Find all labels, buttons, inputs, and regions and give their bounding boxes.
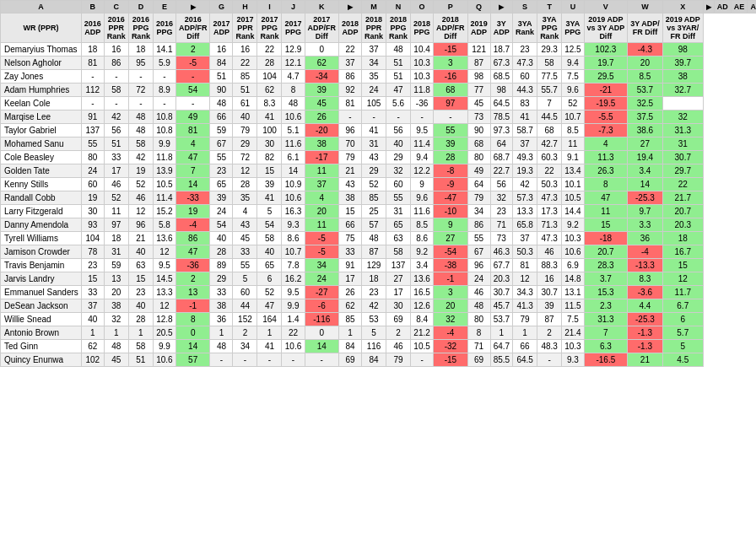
stat-cell: 23	[490, 205, 512, 218]
stat-cell: 54	[257, 218, 282, 232]
stat-cell: 38	[210, 299, 233, 313]
stat-cell: 46.3	[490, 245, 512, 259]
table-row: Antonio Brown11120.5012122015221.2-48112…	[1, 326, 757, 340]
stat-cell: 48	[362, 232, 386, 245]
stat-cell: 11.8	[153, 151, 176, 164]
subheader-2017ppg: 2017PPG	[282, 13, 305, 43]
stat-cell: 4	[584, 137, 628, 151]
stat-cell: 11.5	[562, 299, 584, 313]
stat-cell: 29.7	[662, 164, 703, 178]
stat-cell: 96	[339, 124, 362, 137]
player-name: Cole Beasley	[1, 151, 82, 164]
stat-cell: 22	[662, 178, 703, 191]
stat-cell: -25.3	[628, 191, 663, 205]
stat-cell: 5.9	[153, 57, 176, 70]
stat-cell: 42.7	[537, 137, 562, 151]
stat-cell: 86	[176, 232, 210, 245]
stat-cell: 16	[537, 272, 562, 286]
stat-cell: 38	[305, 137, 339, 151]
stat-cell: 22	[233, 57, 257, 70]
stat-cell: 67	[467, 245, 490, 259]
stat-cell: 39.7	[662, 57, 703, 70]
stat-cell: 47.3	[513, 57, 537, 70]
stat-cell: 116	[362, 340, 386, 353]
stat-cell: 85	[233, 70, 257, 84]
stat-cell: 81	[339, 97, 362, 110]
stat-cell: 98	[467, 70, 490, 84]
stat-cell: 28	[128, 313, 153, 326]
stat-cell: 9	[434, 218, 468, 232]
stat-cell: 48	[386, 43, 411, 57]
stat-cell: 29	[386, 151, 411, 164]
stat-cell: 12	[233, 164, 257, 178]
stat-cell: -	[176, 97, 210, 110]
subheader-3yarank: 3YARank	[513, 13, 537, 43]
stat-cell: 11	[305, 218, 339, 232]
stat-cell: 0	[176, 326, 210, 340]
stat-cell: -18	[584, 232, 628, 245]
stat-cell: 53.7	[490, 313, 512, 326]
stat-cell: 61	[233, 97, 257, 110]
stat-cell: -3.6	[628, 286, 663, 299]
stat-cell: -	[233, 353, 257, 367]
stat-cell: 4	[305, 191, 339, 205]
table-row: Kenny Stills60465210.51465283910.9374352…	[1, 178, 757, 191]
stat-cell: 5	[233, 272, 257, 286]
stat-cell: 105	[362, 97, 386, 110]
stat-cell: -47	[434, 191, 468, 205]
stat-cell: 8.6	[282, 232, 305, 245]
col-header-a: A	[1, 1, 82, 13]
stat-cell: 44	[233, 299, 257, 313]
stat-cell: 6.3	[584, 340, 628, 353]
stat-cell: 60.3	[537, 151, 562, 164]
stat-cell: 41.3	[513, 299, 537, 313]
stat-cell: 85	[362, 191, 386, 205]
stat-cell: 129	[362, 259, 386, 272]
stat-cell: 29.3	[537, 43, 562, 57]
stat-cell: 37	[305, 178, 339, 191]
table-row: Larry Fitzgerald30111215.219244516.32015…	[1, 205, 757, 218]
stat-cell: 60	[81, 178, 104, 191]
stat-cell: 46	[467, 286, 490, 299]
stat-cell: 42	[104, 110, 128, 124]
stat-cell: 9.5	[282, 286, 305, 299]
stat-cell: 54	[210, 218, 233, 232]
stat-cell: -38	[434, 259, 468, 272]
stat-cell: 1	[128, 326, 153, 340]
stat-cell: -7.3	[584, 124, 628, 137]
stat-cell: 52	[562, 97, 584, 110]
stat-cell: 40	[128, 245, 153, 259]
stat-cell: 27	[386, 272, 411, 286]
stat-cell: 1	[257, 326, 282, 340]
stat-cell: 67.7	[490, 259, 512, 272]
col-header-k: K	[305, 1, 339, 13]
stat-cell: -1.3	[628, 340, 663, 353]
stat-cell: 30.7	[537, 286, 562, 299]
stat-cell: 38	[104, 299, 128, 313]
stat-cell: -19.5	[584, 97, 628, 110]
stat-cell: 58	[128, 137, 153, 151]
stat-cell: 36	[628, 232, 663, 245]
stat-cell: 5.8	[153, 218, 176, 232]
stat-cell: 51	[128, 353, 153, 367]
stat-cell: 30.7	[490, 286, 512, 299]
stat-cell: 58.7	[513, 124, 537, 137]
stat-cell: 26	[305, 110, 339, 124]
stat-cell: 32.5	[628, 97, 663, 110]
stat-cell: 80	[467, 151, 490, 164]
stat-cell: 58	[104, 84, 128, 97]
stat-cell: 18	[128, 43, 153, 57]
stat-cell: 16	[233, 43, 257, 57]
stat-cell: 40	[81, 313, 104, 326]
stat-cell: 58	[128, 340, 153, 353]
stat-cell: 77	[467, 84, 490, 97]
subheader-2018ppg: 2018PPG	[411, 13, 434, 43]
stat-cell: 20.3	[662, 218, 703, 232]
stat-cell: 16	[210, 43, 233, 57]
player-name: Taylor Gabriel	[1, 124, 82, 137]
subheader-2017adpfrdiff: 2017ADP/FRDiff	[305, 13, 339, 43]
stat-cell: 8.5	[628, 70, 663, 84]
stat-cell: 9.4	[562, 57, 584, 70]
stat-cell: 46	[386, 340, 411, 353]
stat-cell: 31	[662, 137, 703, 151]
